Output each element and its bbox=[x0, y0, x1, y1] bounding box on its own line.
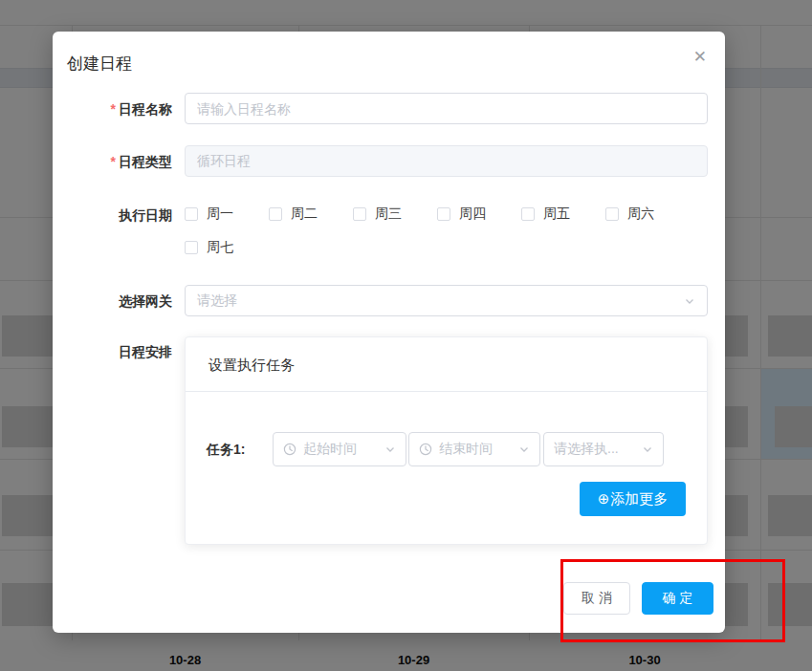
checkbox-wednesday[interactable]: 周三 bbox=[353, 206, 437, 223]
start-time-placeholder: 起始时间 bbox=[303, 441, 378, 458]
start-time-select[interactable]: 起始时间 bbox=[273, 432, 406, 466]
gateway-placeholder: 请选择 bbox=[197, 292, 684, 310]
required-asterisk: * bbox=[111, 154, 116, 169]
close-icon[interactable]: ✕ bbox=[693, 49, 707, 65]
weekday-checkbox-row-2: 周七 bbox=[185, 239, 269, 256]
create-schedule-dialog: 创建日程 ✕ *日程名称 *日程类型 执行日期 周一 周二 周三 周四 周五 周… bbox=[53, 32, 725, 633]
checkbox-box bbox=[185, 241, 198, 254]
checkbox-sunday[interactable]: 周七 bbox=[185, 239, 269, 256]
clock-icon bbox=[283, 443, 296, 456]
required-asterisk: * bbox=[111, 101, 116, 117]
cancel-button[interactable]: 取 消 bbox=[563, 582, 630, 615]
confirm-button[interactable]: 确 定 bbox=[642, 582, 713, 615]
checkbox-box bbox=[185, 207, 198, 221]
checkbox-box bbox=[353, 207, 366, 221]
checkbox-box bbox=[269, 207, 282, 221]
task-1-label: 任务1: bbox=[207, 432, 245, 466]
checkbox-thursday[interactable]: 周四 bbox=[437, 206, 521, 223]
action-select[interactable]: 请选择执... bbox=[543, 432, 664, 466]
schedule-type-input bbox=[185, 145, 708, 177]
checkbox-monday[interactable]: 周一 bbox=[185, 206, 269, 223]
clock-icon bbox=[419, 443, 432, 456]
plus-circle-icon: ⊕ bbox=[598, 490, 610, 508]
checkbox-box bbox=[521, 207, 535, 221]
task-panel-title: 设置执行任务 bbox=[186, 337, 707, 392]
screen: 10-28 10-29 10-30 创建日程 ✕ *日程名称 *日程类型 执行日… bbox=[0, 0, 812, 671]
field-label-schedule-type: *日程类型 bbox=[53, 154, 172, 171]
end-time-select[interactable]: 结束时间 bbox=[408, 432, 540, 466]
chevron-down-icon bbox=[642, 444, 653, 455]
checkbox-box bbox=[437, 207, 450, 221]
checkbox-saturday[interactable]: 周六 bbox=[605, 206, 690, 223]
checkbox-box bbox=[605, 207, 619, 221]
field-label-execution-days: 执行日期 bbox=[53, 207, 172, 225]
dialog-title: 创建日程 bbox=[67, 53, 132, 75]
field-label-schedule-arrangement: 日程安排 bbox=[53, 344, 172, 361]
action-placeholder: 请选择执... bbox=[554, 441, 635, 458]
gateway-select[interactable]: 请选择 bbox=[185, 285, 708, 316]
task-panel: 设置执行任务 任务1: 起始时间 结束时间 bbox=[185, 336, 708, 545]
chevron-down-icon bbox=[684, 295, 695, 307]
checkbox-tuesday[interactable]: 周二 bbox=[269, 206, 353, 223]
checkbox-friday[interactable]: 周五 bbox=[521, 206, 605, 223]
weekday-checkbox-row: 周一 周二 周三 周四 周五 周六 bbox=[185, 206, 690, 223]
field-label-gateway: 选择网关 bbox=[53, 293, 172, 311]
field-label-schedule-name: *日程名称 bbox=[53, 101, 172, 119]
chevron-down-icon bbox=[518, 444, 530, 455]
add-more-button[interactable]: ⊕ 添加更多 bbox=[580, 482, 686, 516]
chevron-down-icon bbox=[384, 444, 396, 455]
add-more-label: 添加更多 bbox=[610, 490, 668, 509]
end-time-placeholder: 结束时间 bbox=[439, 441, 512, 458]
schedule-name-input[interactable] bbox=[185, 93, 708, 124]
